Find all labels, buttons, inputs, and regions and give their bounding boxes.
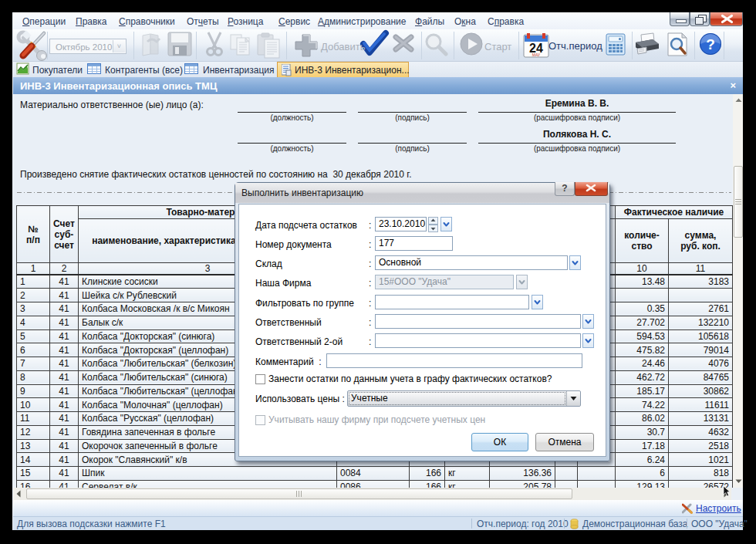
svg-text:?: ? xyxy=(706,36,715,52)
svg-text:МАУ: МАУ xyxy=(532,52,541,57)
